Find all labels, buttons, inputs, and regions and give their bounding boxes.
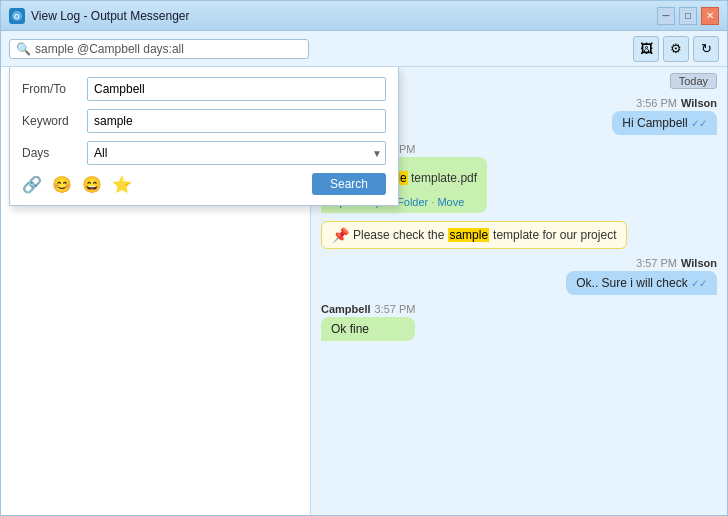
window-title: View Log - Output Messenger bbox=[31, 9, 190, 23]
emoji-icon[interactable]: 😊 bbox=[52, 175, 72, 194]
bubble-right-2: Ok.. Sure i will check ✓✓ bbox=[566, 271, 717, 295]
msg-text: Ok fine bbox=[331, 322, 369, 336]
msg-sender: Wilson bbox=[681, 97, 717, 109]
refresh-icon-button[interactable]: ↻ bbox=[693, 36, 719, 62]
form-row-keyword: Keyword bbox=[22, 109, 386, 133]
toolbar: 🔍 sample @Campbell days:all 🖼 ⚙ ↻ bbox=[1, 31, 727, 67]
tick-icon: ✓✓ bbox=[691, 118, 707, 129]
keyword-label: Keyword bbox=[22, 114, 87, 128]
link-icon[interactable]: 🔗 bbox=[22, 175, 42, 194]
date-badge: Today bbox=[670, 73, 717, 89]
from-to-input[interactable] bbox=[87, 77, 386, 101]
tick-icon: ✓✓ bbox=[691, 278, 707, 289]
maximize-button[interactable]: □ bbox=[679, 7, 697, 25]
message-note: 📌 Please check the sample template for o… bbox=[321, 221, 717, 249]
image-icon-button[interactable]: 🖼 bbox=[633, 36, 659, 62]
msg-meta-wilson-1: 3:56 PM Wilson bbox=[612, 97, 717, 109]
days-select-wrapper: All Today Last 7 days Last 30 days ▼ bbox=[87, 141, 386, 165]
msg-meta-campbell-2: Campbell 3:57 PM bbox=[321, 303, 415, 315]
days-label: Days bbox=[22, 146, 87, 160]
search-button[interactable]: Search bbox=[312, 173, 386, 195]
msg-text: Ok.. Sure i will check bbox=[576, 276, 687, 290]
close-button[interactable]: ✕ bbox=[701, 7, 719, 25]
note-text-prefix: Please check the bbox=[353, 228, 444, 242]
titlebar-left: O View Log - Output Messenger bbox=[9, 8, 190, 24]
action-row: 🔗 😊 😄 ⭐ Search bbox=[22, 173, 386, 195]
form-row-days: Days All Today Last 7 days Last 30 days … bbox=[22, 141, 386, 165]
msg-time: 3:56 PM bbox=[636, 97, 677, 109]
bubble-left-2: Ok fine bbox=[321, 317, 415, 341]
message-group-right: 3:56 PM Wilson Hi Campbell ✓✓ bbox=[612, 97, 717, 135]
msg-time: 3:57 PM bbox=[375, 303, 416, 315]
msg-sender: Wilson bbox=[681, 257, 717, 269]
svg-text:O: O bbox=[14, 13, 20, 20]
message-group-left-2: Campbell 3:57 PM Ok fine bbox=[321, 303, 415, 341]
settings-icon-button[interactable]: ⚙ bbox=[663, 36, 689, 62]
action-icons: 🔗 😊 😄 ⭐ bbox=[22, 175, 132, 194]
face-icon[interactable]: 😄 bbox=[82, 175, 102, 194]
main-content: Today 3:56 PM Wilson Hi Campbell ✓✓ bbox=[1, 67, 727, 515]
file-name-suffix: template.pdf bbox=[408, 171, 477, 185]
bubble-note: 📌 Please check the sample template for o… bbox=[321, 221, 627, 249]
app-icon: O bbox=[9, 8, 25, 24]
titlebar-controls: ─ □ ✕ bbox=[657, 7, 719, 25]
message-campbell-2: Campbell 3:57 PM Ok fine bbox=[321, 303, 717, 341]
msg-meta-wilson-2: 3:57 PM Wilson bbox=[566, 257, 717, 269]
search-query-text: sample @Campbell days:all bbox=[35, 42, 184, 56]
keyword-input[interactable] bbox=[87, 109, 386, 133]
star-icon[interactable]: ⭐ bbox=[112, 175, 132, 194]
days-select[interactable]: All Today Last 7 days Last 30 days bbox=[87, 141, 386, 165]
msg-text: Hi Campbell bbox=[622, 116, 687, 130]
note-icon: 📌 bbox=[332, 227, 349, 243]
bubble-right: Hi Campbell ✓✓ bbox=[612, 111, 717, 135]
note-text-suffix: template for our project bbox=[493, 228, 616, 242]
msg-sender: Campbell bbox=[321, 303, 371, 315]
search-dropdown: From/To Keyword Days All Today Last 7 da… bbox=[9, 67, 399, 206]
msg-time: 3:57 PM bbox=[636, 257, 677, 269]
search-icon: 🔍 bbox=[16, 42, 31, 56]
form-row-fromto: From/To bbox=[22, 77, 386, 101]
note-highlight: sample bbox=[448, 228, 489, 242]
message-wilson-2: 3:57 PM Wilson Ok.. Sure i will check ✓✓ bbox=[321, 257, 717, 295]
main-window: O View Log - Output Messenger ─ □ ✕ 🔍 sa… bbox=[0, 0, 728, 516]
toolbar-icons: 🖼 ⚙ ↻ bbox=[633, 36, 719, 62]
titlebar: O View Log - Output Messenger ─ □ ✕ bbox=[1, 1, 727, 31]
minimize-button[interactable]: ─ bbox=[657, 7, 675, 25]
from-to-label: From/To bbox=[22, 82, 87, 96]
search-bar[interactable]: 🔍 sample @Campbell days:all bbox=[9, 39, 309, 59]
move-link[interactable]: Move bbox=[437, 196, 464, 208]
message-group-right-2: 3:57 PM Wilson Ok.. Sure i will check ✓✓ bbox=[566, 257, 717, 295]
